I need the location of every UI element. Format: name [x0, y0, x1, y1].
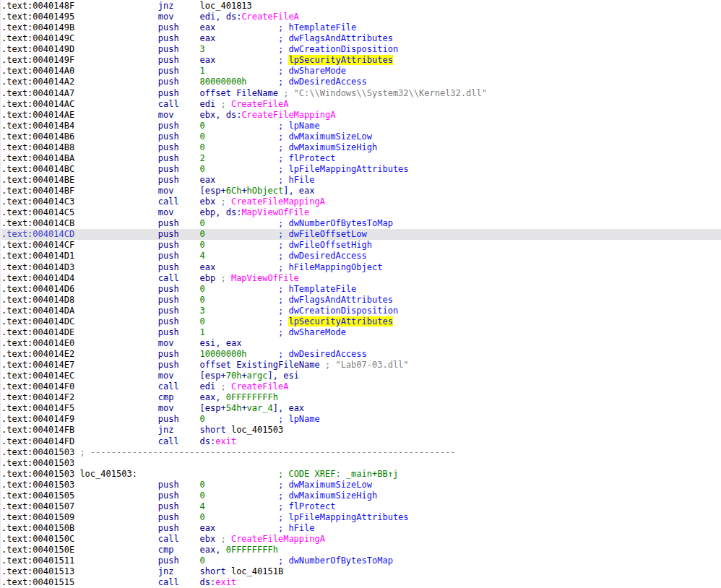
asm-line[interactable]: .text:004014E7 push offset ExistingFileN… [1, 360, 721, 371]
asm-line[interactable]: .text:004014BE push eax ; hFile [1, 175, 721, 186]
asm-line[interactable]: .text:00401503 [1, 458, 721, 469]
asm-line[interactable]: .text:004014DA push 3 ; dwCreationDispos… [1, 306, 721, 316]
api-name-token[interactable]: CreateFileA [241, 12, 298, 22]
asm-line[interactable]: .text:004014F0 call edi ; CreateFileA [1, 381, 721, 392]
asm-token: lpSecurityAttributes [288, 316, 393, 327]
gap [173, 338, 199, 348]
asm-line[interactable]: .text:0040149C push eax ; dwFlagsAndAttr… [1, 33, 721, 44]
disassembly-listing[interactable]: .text:0040148F jnz loc_401813.text:00401… [0, 0, 721, 588]
asm-token: eax, [200, 545, 226, 555]
asm-line[interactable]: .text:004014C5 mov ebp, ds:MapViewOfFile [1, 207, 721, 218]
asm-line[interactable]: .text:004014E2 push 10000000h ; dwDesire… [1, 349, 721, 360]
asm-line[interactable]: .text:00401513 jnz short loc_40151B [1, 566, 721, 577]
asm-line[interactable]: .text:004014C3 call ebx ; CreateFileMapp… [1, 196, 721, 207]
api-name-token[interactable]: CreateFileA [231, 381, 288, 392]
api-name-token[interactable]: CreateFileMappingA [241, 110, 335, 120]
gap [74, 196, 158, 207]
asm-line[interactable]: .text:0040149D push 3 ; dwCreationDispos… [1, 44, 721, 55]
gap [179, 316, 200, 327]
gap [74, 273, 158, 283]
api-name-token[interactable]: exit [215, 577, 236, 587]
asm-line[interactable]: .text:004014AC call edi ; CreateFileA [1, 99, 721, 110]
asm-line[interactable]: .text:004014BF mov [esp+6Ch+hObject], ea… [1, 186, 721, 196]
asm-line[interactable]: .text:004014AE mov ebx, ds:CreateFileMap… [1, 110, 721, 121]
asm-line[interactable]: .text:004014DC push 0 ; lpSecurityAttrib… [1, 316, 721, 327]
asm-line[interactable]: .text:004014F5 mov [esp+54h+var_4], eax [1, 403, 721, 414]
location-token[interactable]: loc_401503 [231, 425, 283, 435]
gap [74, 480, 158, 490]
api-name-token[interactable]: CreateFileMappingA [231, 534, 325, 544]
asm-address: .text:004014BA [1, 153, 74, 163]
asm-line[interactable]: .text:004014A2 push 80000000h ; dwDesire… [1, 77, 721, 87]
gap [205, 490, 278, 501]
asm-line[interactable]: .text:00401495 mov edi, ds:CreateFileA [1, 12, 721, 22]
asm-line-selected[interactable]: .text:004014CD push 0 ; dwFileOffsetLow [1, 229, 721, 240]
gap [74, 414, 158, 424]
asm-line[interactable]: .text:0040150B push eax ; hFile [1, 523, 721, 534]
asm-line[interactable]: .text:00401503 ; -----------------------… [1, 447, 721, 458]
asm-line[interactable]: .text:004014FD call ds:exit [1, 436, 721, 447]
api-name-token[interactable]: MapViewOfFile [231, 273, 299, 283]
asm-line[interactable]: .text:0040149F push eax ; lpSecurityAttr… [1, 55, 721, 66]
asm-line[interactable]: .text:00401511 push 0 ; dwNumberOfBytesT… [1, 555, 721, 566]
asm-line[interactable]: .text:004014D4 call ebp ; MapViewOfFile [1, 273, 721, 284]
asm-line[interactable]: .text:004014D1 push 4 ; dwDesiredAccess [1, 251, 721, 261]
api-name-token[interactable]: MapViewOfFile [241, 207, 309, 217]
asm-line[interactable]: .text:004014D3 push eax ; hFileMappingOb… [1, 262, 721, 273]
asm-token: ds: [200, 577, 216, 587]
asm-line[interactable]: .text:00401509 push 0 ; lpFileMappingAtt… [1, 512, 721, 523]
asm-line[interactable]: .text:0040150E cmp eax, 0FFFFFFFFh [1, 545, 721, 555]
asm-address: .text:004014A0 [1, 66, 74, 76]
asm-line[interactable]: .text:004014BA push 2 ; flProtect [1, 153, 721, 164]
gap [74, 175, 158, 185]
location-token[interactable]: loc_401503: [79, 469, 137, 479]
gap [173, 425, 199, 435]
asm-line[interactable]: .text:004014E0 mov esi, eax [1, 338, 721, 349]
asm-line[interactable]: .text:004014F9 push 0 ; lpName [1, 414, 721, 425]
asm-token: ; dwNumberOfBytesToMap [278, 555, 393, 566]
asm-token: 80000000h [200, 77, 247, 87]
asm-line[interactable]: .text:004014D6 push 0 ; hTemplateFile [1, 284, 721, 295]
asm-line[interactable]: .text:00401507 push 4 ; flProtect [1, 501, 721, 512]
asm-line[interactable]: .text:004014DE push 1 ; dwShareMode [1, 327, 721, 338]
asm-line[interactable]: .text:00401505 push 0 ; dwMaximumSizeHig… [1, 490, 721, 501]
gap [74, 555, 158, 566]
asm-line[interactable]: .text:004014A7 push offset FileName ; "C… [1, 88, 721, 99]
asm-line[interactable]: .text:0040149B push eax ; hTemplateFile [1, 22, 721, 33]
gap [179, 512, 200, 522]
api-name-token[interactable]: CreateFileA [231, 99, 288, 109]
asm-address: .text:004014FB [1, 425, 74, 435]
asm-line[interactable]: .text:004014F2 cmp eax, 0FFFFFFFFh [1, 392, 721, 403]
asm-line[interactable]: .text:00401515 call ds:exit [1, 577, 721, 588]
api-name-token[interactable]: CreateFileMappingA [231, 196, 325, 207]
asm-line[interactable]: .text:004014EC mov [esp+70h+argc], esi [1, 371, 721, 381]
location-token[interactable]: loc_401813 [200, 1, 252, 11]
api-name-token[interactable]: exit [215, 436, 236, 446]
asm-line[interactable]: .text:004014BC push 0 ; lpFileMappingAtt… [1, 164, 721, 175]
asm-token: push [158, 55, 179, 65]
asm-address: .text:004014F9 [1, 414, 74, 424]
gap [74, 142, 158, 152]
asm-token: push [158, 175, 179, 185]
asm-line[interactable]: .text:004014CF push 0 ; dwFileOffsetHigh [1, 240, 721, 251]
gap [74, 425, 158, 435]
asm-line[interactable]: .text:004014D8 push 0 ; dwFlagsAndAttrib… [1, 295, 721, 306]
asm-line[interactable]: .text:004014CB push 0 ; dwNumberOfBytesT… [1, 218, 721, 229]
asm-line[interactable]: .text:004014A0 push 1 ; dwShareMode [1, 66, 721, 77]
asm-line[interactable]: .text:00401503 loc_401503: ; CODE XREF: … [1, 469, 721, 480]
asm-line[interactable]: .text:00401503 push 0 ; dwMaximumSizeLow [1, 480, 721, 490]
asm-line[interactable]: .text:004014FB jnz short loc_401503 [1, 425, 721, 436]
gap [205, 327, 278, 337]
gap [179, 360, 200, 370]
asm-address: .text:00401503 [1, 469, 74, 479]
gap [74, 338, 158, 348]
asm-line[interactable]: .text:0040150C call ebx ; CreateFileMapp… [1, 534, 721, 545]
gap [179, 196, 200, 207]
location-token[interactable]: loc_40151B [231, 566, 283, 576]
asm-line[interactable]: .text:004014B8 push 0 ; dwMaximumSizeHig… [1, 142, 721, 153]
asm-token: 0 [200, 229, 205, 239]
asm-line[interactable]: .text:004014B6 push 0 ; dwMaximumSizeLow [1, 131, 721, 142]
asm-line[interactable]: .text:004014B4 push 0 ; lpName [1, 121, 721, 131]
asm-token: ; flProtect [278, 501, 335, 511]
asm-line[interactable]: .text:0040148F jnz loc_401813 [1, 1, 721, 12]
